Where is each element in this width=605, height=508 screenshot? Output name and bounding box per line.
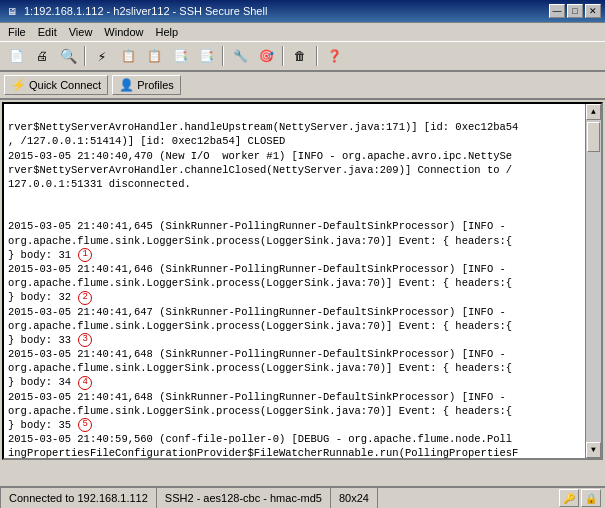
terminal-line-4: 127.0.0.1:51331 disconnected. <box>8 178 191 190</box>
title-bar: 🖥 1:192.168.1.112 - h2sliver112 - SSH Se… <box>0 0 605 22</box>
quick-connect-button[interactable]: ⚡ Quick Connect <box>4 75 108 95</box>
terminal-line-2: 2015-03-05 21:40:40,470 (New I/O worker … <box>8 150 512 162</box>
toolbar-print[interactable]: 🖨 <box>30 44 54 68</box>
terminal-line-1: , /127.0.0.1:51414)] [id: 0xec12ba54] CL… <box>8 135 285 147</box>
terminal-line-16: } body: 34 <box>8 376 77 388</box>
menu-edit[interactable]: Edit <box>32 24 63 40</box>
terminal-line-8: 2015-03-05 21:40:41,646 (SinkRunner-Poll… <box>8 263 506 275</box>
terminal-line-3: rver$NettyServerAvroHandler.channelClose… <box>8 164 512 176</box>
toolbar-sep1 <box>84 46 86 66</box>
menu-view[interactable]: View <box>63 24 99 40</box>
terminal-line-0: rver$NettyServerAvroHandler.handleUpstre… <box>8 121 518 133</box>
status-bar: Connected to 192.168.1.112 SSH2 - aes128… <box>0 486 605 508</box>
scroll-thumb[interactable] <box>587 122 600 152</box>
terminal-content: rver$NettyServerAvroHandler.handleUpstre… <box>4 104 601 458</box>
terminal-line-20: 2015-03-05 21:40:59,560 (conf-file-polle… <box>8 433 512 445</box>
toolbar-new[interactable]: 📄 <box>4 44 28 68</box>
quick-connect-icon: ⚡ <box>11 78 26 92</box>
status-icon-area: 🔑 🔒 <box>559 489 605 507</box>
terminal-line-17: 2015-03-05 21:40:41,648 (SinkRunner-Poll… <box>8 391 506 403</box>
menu-bar: File Edit View Window Help <box>0 22 605 42</box>
toolbar-sep4 <box>316 46 318 66</box>
toolbar-b7[interactable]: 🎯 <box>254 44 278 68</box>
toolbar-find[interactable]: 🔍 <box>56 44 80 68</box>
terminal-line-9: org.apache.flume.sink.LoggerSink.process… <box>8 277 512 289</box>
terminal-line-10: } body: 32 <box>8 291 77 303</box>
size-status: 80x24 <box>331 488 378 508</box>
quick-connect-bar: ⚡ Quick Connect 👤 Profiles <box>0 72 605 100</box>
toolbar-b3[interactable]: 📋 <box>142 44 166 68</box>
profiles-icon: 👤 <box>119 78 134 92</box>
close-button[interactable]: ✕ <box>585 4 601 18</box>
toolbar-b8[interactable]: 🗑 <box>288 44 312 68</box>
scroll-track <box>586 120 601 442</box>
terminal-line-14: 2015-03-05 21:40:41,648 (SinkRunner-Poll… <box>8 348 506 360</box>
terminal-line-7: } body: 31 <box>8 249 77 261</box>
circle-3: 3 <box>78 333 92 347</box>
status-icon-keys[interactable]: 🔑 <box>559 489 579 507</box>
terminal-line-12: org.apache.flume.sink.LoggerSink.process… <box>8 320 512 332</box>
toolbar-sep2 <box>222 46 224 66</box>
toolbar: 📄 🖨 🔍 ⚡ 📋 📋 📑 📑 🔧 🎯 🗑 ❓ <box>0 42 605 72</box>
terminal-line-19: } body: 35 <box>8 419 77 431</box>
terminal-line-15: org.apache.flume.sink.LoggerSink.process… <box>8 362 512 374</box>
terminal-line-11: 2015-03-05 21:40:41,647 (SinkRunner-Poll… <box>8 306 506 318</box>
toolbar-b2[interactable]: 📋 <box>116 44 140 68</box>
scroll-down-button[interactable]: ▼ <box>586 442 601 458</box>
status-icon-lock[interactable]: 🔒 <box>581 489 601 507</box>
terminal-line-13: } body: 33 <box>8 334 77 346</box>
toolbar-b1[interactable]: ⚡ <box>90 44 114 68</box>
toolbar-sep3 <box>282 46 284 66</box>
maximize-button[interactable]: □ <box>567 4 583 18</box>
terminal-line-6: org.apache.flume.sink.LoggerSink.process… <box>8 235 512 247</box>
menu-window[interactable]: Window <box>98 24 149 40</box>
toolbar-b5[interactable]: 📑 <box>194 44 218 68</box>
toolbar-help[interactable]: ❓ <box>322 44 346 68</box>
window-controls: — □ ✕ <box>549 4 601 18</box>
terminal-line-5: 2015-03-05 21:40:41,645 (SinkRunner-Poll… <box>8 220 506 232</box>
circle-5: 5 <box>78 418 92 432</box>
terminal-line-18: org.apache.flume.sink.LoggerSink.process… <box>8 405 512 417</box>
connection-status: Connected to 192.168.1.112 <box>0 488 157 508</box>
connection-text: Connected to 192.168.1.112 <box>9 492 148 504</box>
minimize-button[interactable]: — <box>549 4 565 18</box>
terminal-scrollbar[interactable]: ▲ ▼ <box>585 104 601 458</box>
circle-1: 1 <box>78 248 92 262</box>
toolbar-b4[interactable]: 📑 <box>168 44 192 68</box>
encryption-text: SSH2 - aes128-cbc - hmac-md5 <box>165 492 322 504</box>
terminal[interactable]: rver$NettyServerAvroHandler.handleUpstre… <box>2 102 603 460</box>
circle-4: 4 <box>78 376 92 390</box>
toolbar-b6[interactable]: 🔧 <box>228 44 252 68</box>
profiles-button[interactable]: 👤 Profiles <box>112 75 181 95</box>
terminal-line-21: ingPropertiesFileConfigurationProvider$F… <box>8 447 518 458</box>
profiles-label: Profiles <box>137 79 174 91</box>
size-text: 80x24 <box>339 492 369 504</box>
circle-2: 2 <box>78 291 92 305</box>
menu-file[interactable]: File <box>2 24 32 40</box>
menu-help[interactable]: Help <box>149 24 184 40</box>
quick-connect-label: Quick Connect <box>29 79 101 91</box>
window-title: 1:192.168.1.112 - h2sliver112 - SSH Secu… <box>24 5 267 17</box>
encryption-status: SSH2 - aes128-cbc - hmac-md5 <box>157 488 331 508</box>
scroll-up-button[interactable]: ▲ <box>586 104 601 120</box>
app-icon: 🖥 <box>4 3 20 19</box>
